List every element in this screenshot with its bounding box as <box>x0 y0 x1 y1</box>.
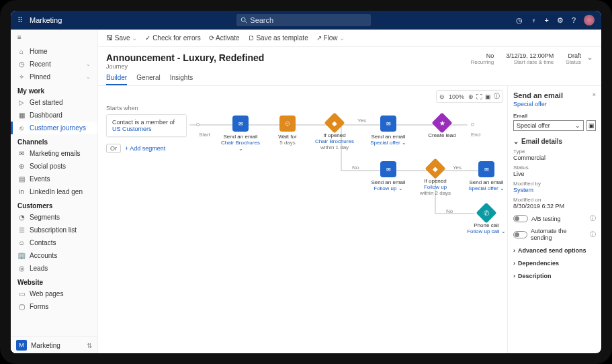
panel-title: Send an email <box>513 91 596 99</box>
app-frame: ⠿ Marketing Search ◷ ♀ + ⚙ ? ≡ ⌂Home◷Rec… <box>0 0 612 364</box>
tabs: BuilderGeneralInsights <box>98 70 601 86</box>
email-new-button[interactable]: ▣ <box>586 120 596 131</box>
sidebar-item-leads[interactable]: ◎Leads <box>11 262 97 275</box>
sidebar-item-linkedin-lead-gen[interactable]: inLinkedIn lead gen <box>11 185 97 198</box>
sidebar-item-label: Social posts <box>30 163 66 170</box>
sidebar-item-get-started[interactable]: ▷Get started <box>11 96 97 109</box>
clock-icon: ◷ <box>17 60 26 68</box>
sidebar-item-label: Dashboard <box>30 111 62 119</box>
check-errors-button[interactable]: ✓ Check for errors <box>145 34 200 42</box>
bulb-icon[interactable]: ♀ <box>531 16 536 24</box>
node-email-4[interactable]: ✉ Send an email Special offer ⌄ <box>466 161 507 191</box>
info-icon[interactable]: ⓘ <box>590 214 596 223</box>
seg-icon: ◔ <box>17 214 26 221</box>
info-icon[interactable]: ⓘ <box>590 230 596 239</box>
email-icon: ✉ <box>380 116 396 132</box>
email-icon: ✉ <box>478 161 494 177</box>
details-panel: × Send an email Special offer Email Spec… <box>507 86 601 353</box>
sidebar-item-home[interactable]: ⌂Home <box>11 45 97 58</box>
email-select[interactable]: Special offer⌄ <box>513 120 584 131</box>
panel-record-link[interactable]: Special offer <box>513 101 596 107</box>
tab-insights[interactable]: Insights <box>170 74 193 85</box>
updown-icon[interactable]: ⇅ <box>87 342 92 349</box>
lead-icon: ★ <box>431 112 452 133</box>
sidebar-item-label: Subscription list <box>30 226 77 234</box>
sidebar-item-dashboard[interactable]: ▦Dashboard <box>11 109 97 122</box>
node-email-2[interactable]: ✉ Send an email Special offer ⌄ <box>368 116 408 146</box>
rocket-icon: ▷ <box>17 99 26 106</box>
page-icon: ▭ <box>17 290 26 298</box>
hamburger-icon[interactable]: ≡ <box>11 30 97 45</box>
sidebar-item-segments[interactable]: ◔Segments <box>11 211 97 224</box>
close-icon[interactable]: × <box>593 91 596 98</box>
node-email-1[interactable]: ✉ Send an email Chair Brochures ⌄ <box>220 116 261 152</box>
search-placeholder: Search <box>250 16 273 24</box>
activate-button[interactable]: ⟳ Activate <box>209 34 240 42</box>
section-email-details[interactable]: ⌄Email details <box>513 138 596 145</box>
sidebar-item-web-pages[interactable]: ▭Web pages <box>11 287 97 300</box>
plus-icon[interactable]: + <box>544 16 548 24</box>
tab-general[interactable]: General <box>136 74 161 85</box>
sidebar-item-label: Events <box>30 175 50 183</box>
wait-icon: ⏲ <box>279 116 296 132</box>
home-icon: ⌂ <box>17 48 26 55</box>
journey-canvas[interactable]: ⊖ 100% ⊕ ⛶ ▣ ⓘ Starts when Contact is a … <box>98 86 507 353</box>
section-description[interactable]: ›Description <box>513 273 596 279</box>
timer-icon[interactable]: ◷ <box>516 16 523 25</box>
detail-field: TypeCommercial <box>513 148 596 161</box>
sidebar-item-label: Contacts <box>30 239 56 246</box>
sidebar-item-events[interactable]: ▤Events <box>11 173 97 185</box>
building-icon: 🏢 <box>17 252 26 259</box>
waffle-icon[interactable]: ⠿ <box>17 16 23 25</box>
sidebar-item-customer-journeys[interactable]: ⎋Customer journeys <box>11 122 97 134</box>
node-if-opened-1[interactable]: ◆ If opened Chair Brochures within 1 day <box>314 116 355 150</box>
ab-testing-toggle[interactable]: A/B testingⓘ <box>513 214 596 223</box>
tab-builder[interactable]: Builder <box>106 74 127 85</box>
sidebar-footer[interactable]: M Marketing ⇅ <box>11 336 97 353</box>
sidebar-item-label: Segments <box>30 214 60 221</box>
sidebar-item-recent[interactable]: ◷Recent⌄ <box>11 58 97 71</box>
detail-field: StatusLive <box>513 165 596 177</box>
main: 🖫 Save ⌄ ✓ Check for errors ⟳ Activate 🗋… <box>98 30 601 353</box>
help-icon[interactable]: ? <box>572 16 576 24</box>
sidebar-item-label: Pinned <box>30 73 50 81</box>
node-create-lead[interactable]: ★ Create lead <box>422 116 462 138</box>
gear-icon[interactable]: ⚙ <box>557 16 564 25</box>
save-template-button[interactable]: 🗋 Save as template <box>248 34 308 42</box>
sidebar-item-marketing-emails[interactable]: ✉Marketing emails <box>11 147 97 160</box>
sidebar-item-pinned[interactable]: ✧Pinned⌄ <box>11 71 97 83</box>
sidebar-item-subscription-list[interactable]: ☰Subscription list <box>11 224 97 236</box>
section-dependencies[interactable]: ›Dependencies <box>513 260 596 267</box>
node-email-3[interactable]: ✉ Send an email Follow up ⌄ <box>368 161 408 191</box>
sidebar-item-contacts[interactable]: ☺Contacts <box>11 236 97 249</box>
sidebar-item-label: Marketing emails <box>30 150 81 157</box>
search-input[interactable]: Search <box>236 14 371 26</box>
save-button[interactable]: 🖫 Save ⌄ <box>106 34 137 42</box>
section-advanced[interactable]: ›Advanced send options <box>513 247 596 254</box>
node-wait[interactable]: ⏲ Wait for 5 days <box>267 116 308 146</box>
sidebar-item-label: Get started <box>30 99 62 106</box>
linkedin-icon: in <box>17 188 26 195</box>
chevron-down-icon: ⌄ <box>86 61 91 67</box>
sidebar-item-label: Forms <box>30 303 48 310</box>
topbar-actions: ◷ ♀ + ⚙ ? <box>516 15 595 26</box>
svg-line-1 <box>245 21 247 24</box>
node-if-opened-2[interactable]: ◆ If opened Follow up within 2 days <box>415 161 455 196</box>
pin-icon: ✧ <box>17 73 26 81</box>
flow-button[interactable]: ↗ Flow ⌄ <box>316 34 345 42</box>
sidebar-item-social-posts[interactable]: ⊕Social posts <box>11 160 97 173</box>
sidebar-item-forms[interactable]: ▢Forms <box>11 300 97 313</box>
header-meta: NoRecurring <box>471 52 494 65</box>
sidebar-item-accounts[interactable]: 🏢Accounts <box>11 249 97 262</box>
target-icon: ◎ <box>17 265 26 272</box>
node-phone-call[interactable]: ✆ Phone call Follow up call ⌄ <box>466 206 507 234</box>
sidebar-item-label: Recent <box>30 60 51 68</box>
share-icon: ⊕ <box>17 163 26 170</box>
info-icon[interactable]: ⓘ <box>494 92 500 101</box>
avatar[interactable] <box>584 15 595 26</box>
app-badge: M <box>16 340 27 351</box>
automate-sending-toggle[interactable]: Automate the sendingⓘ <box>513 228 596 241</box>
search-icon <box>241 17 247 24</box>
email-icon: ✉ <box>380 161 396 177</box>
chevron-down-icon[interactable]: ⌄ <box>586 52 593 62</box>
